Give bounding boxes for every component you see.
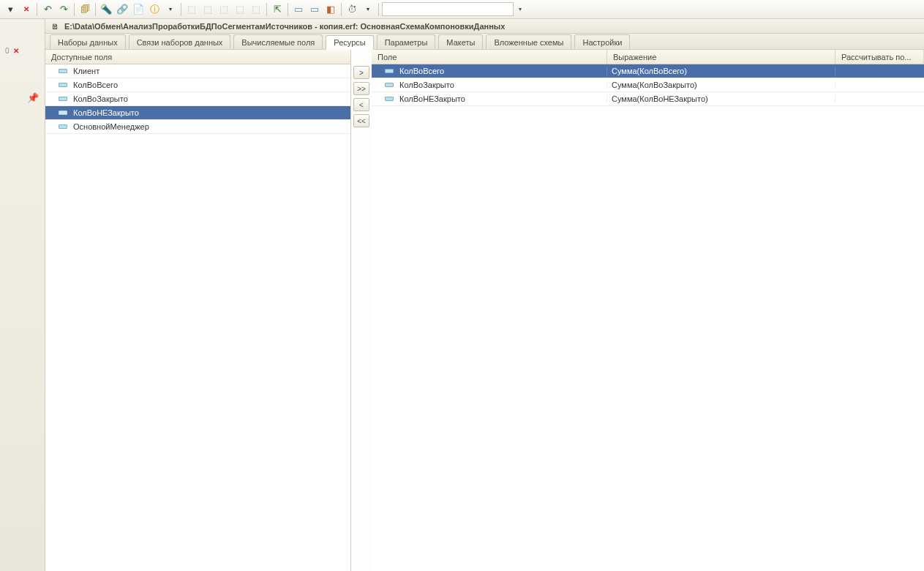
toolbar-close-icon[interactable]: ✕ (19, 2, 34, 17)
grid-expr-label: Сумма(КолВоВсего) (612, 67, 687, 75)
add-button[interactable]: > (353, 66, 369, 79)
available-fields-header-label: Доступные поля (51, 53, 112, 61)
field-row[interactable]: КолВоВсего (45, 78, 350, 92)
document-titlebar: 🗎 E:\Data\Обмен\АнализПроработкиБДПоСегм… (45, 19, 924, 34)
toolbar-btn-d4-icon[interactable]: ⬚ (233, 2, 247, 17)
left-sidebar: 0 ✕ 📌 (0, 19, 45, 571)
available-fields-list[interactable]: Клиент КолВоВсего КолВоЗакрыто КолВоНЕЗа… (45, 64, 350, 571)
remove-button[interactable]: < (353, 98, 369, 111)
document-icon: 🗎 (50, 21, 60, 31)
grid-row[interactable]: КолВоВсего Сумма(КолВоВсего) (372, 64, 924, 78)
field-row[interactable]: КолВоЗакрыто (45, 92, 350, 106)
tab-label: Параметры (385, 38, 428, 47)
tab-data-set-links[interactable]: Связи наборов данных (129, 34, 231, 49)
toolbar-info-dropdown-icon[interactable]: ▾ (163, 2, 178, 17)
tab-data-sets[interactable]: Наборы данных (50, 34, 126, 49)
field-icon (59, 124, 67, 129)
toolbar-separator (95, 3, 96, 16)
toolbar-separator (266, 3, 267, 16)
toolbar-dropdown-icon[interactable]: ▾ (3, 2, 18, 17)
btn-label: >> (357, 85, 366, 93)
grid-row[interactable]: КолВоНЕЗакрыто Сумма(КолВоНЕЗакрыто) (372, 92, 924, 106)
toolbar-btn-d3-icon[interactable]: ⬚ (217, 2, 231, 17)
tab-templates[interactable]: Макеты (438, 34, 483, 49)
field-label: КолВоНЕЗакрыто (73, 108, 139, 117)
tab-label: Ресурсы (334, 38, 365, 47)
toolbar-undo-icon[interactable]: ↶ (40, 2, 55, 17)
grid-field-label: КолВоЗакрыто (399, 81, 454, 89)
sidebar-tab-num: 0 (5, 47, 10, 55)
toolbar-info-icon[interactable]: ⓘ (147, 2, 162, 17)
sidebar-pin-icon[interactable]: 📌 (27, 92, 39, 103)
toolbar-pages-icon[interactable]: ▭ (307, 2, 322, 17)
toolbar-copy-icon[interactable]: 🗐 (78, 2, 92, 17)
toolbar-btn-d2-icon[interactable]: ⬚ (200, 2, 215, 17)
field-icon (385, 97, 394, 101)
toolbar-export-icon[interactable]: ⇱ (270, 2, 285, 17)
toolbar-search-icon[interactable]: 🔦 (99, 2, 113, 17)
grid-field-label: КолВоВсего (399, 67, 444, 75)
resources-grid-pane: Поле Выражение Рассчитывать по... КолВоВ… (372, 50, 924, 571)
toolbar-separator (341, 3, 342, 16)
field-label: ОсновнойМенеджер (73, 122, 149, 131)
toolbar-link-icon[interactable]: 🔗 (115, 2, 129, 17)
toolbar-search-field[interactable] (382, 2, 514, 16)
tab-label: Наборы данных (58, 38, 118, 47)
available-fields-header: Доступные поля (45, 50, 350, 64)
tab-calculated-fields[interactable]: Вычисляемые поля (233, 34, 323, 49)
toolbar-separator (288, 3, 288, 16)
remove-all-button[interactable]: << (353, 114, 369, 127)
field-row[interactable]: ОсновнойМенеджер (45, 120, 350, 134)
toolbar-separator (378, 3, 379, 16)
tab-settings[interactable]: Настройки (574, 34, 630, 49)
field-icon (385, 69, 394, 73)
field-icon (59, 111, 67, 115)
tab-resources[interactable]: Ресурсы (326, 35, 373, 50)
btn-label: < (359, 101, 364, 109)
field-icon (385, 83, 394, 87)
grid-row[interactable]: КолВоЗакрыто Сумма(КолВоЗакрыто) (372, 78, 924, 92)
sidebar-close-icon[interactable]: ✕ (13, 47, 19, 55)
resources-grid-body[interactable]: КолВоВсего Сумма(КолВоВсего) КолВоЗакрыт… (372, 64, 924, 571)
toolbar-btn-d1-icon[interactable]: ⬚ (184, 2, 199, 17)
field-row[interactable]: Клиент (45, 64, 350, 78)
btn-label: << (357, 117, 366, 125)
col-header-field[interactable]: Поле (372, 50, 607, 64)
document-title: E:\Data\Обмен\АнализПроработкиБДПоСегмен… (64, 22, 505, 31)
col-label: Рассчитывать по... (841, 53, 911, 61)
toolbar-separator (74, 3, 75, 16)
sidebar-tab[interactable]: 0 ✕ (1, 44, 45, 57)
workspace: 0 ✕ 📌 🗎 E:\Data\Обмен\АнализПроработкиБД… (0, 19, 924, 571)
toolbar-timer-dropdown-icon[interactable]: ▾ (361, 2, 375, 17)
add-all-button[interactable]: >> (353, 82, 369, 95)
toolbar-redo-icon[interactable]: ↷ (56, 2, 71, 17)
toolbar-timer-icon[interactable]: ⏱ (345, 2, 359, 17)
toolbar-separator (37, 3, 37, 16)
main-toolbar: ▾ ✕ ↶ ↷ 🗐 🔦 🔗 📄 ⓘ ▾ ⬚ ⬚ ⬚ ⬚ ⬚ ⇱ ▭ ▭ ◧ ⏱ … (0, 0, 924, 19)
col-header-calculate-by[interactable]: Рассчитывать по... (835, 50, 924, 64)
toolbar-separator (181, 3, 181, 16)
tab-nested-schemas[interactable]: Вложенные схемы (486, 34, 571, 49)
move-buttons: > >> < << (351, 50, 372, 571)
resources-grid-header: Поле Выражение Рассчитывать по... (372, 50, 924, 64)
tab-parameters[interactable]: Параметры (377, 34, 436, 49)
tab-label: Настройки (582, 38, 622, 47)
field-label: КолВоВсего (73, 81, 118, 89)
main-panel: 🗎 E:\Data\Обмен\АнализПроработкиБДПоСегм… (45, 19, 924, 571)
grid-field-label: КолВоНЕЗакрыто (399, 94, 465, 103)
tabstrip: Наборы данных Связи наборов данных Вычис… (45, 34, 924, 50)
toolbar-color-icon[interactable]: ◧ (323, 2, 338, 17)
toolbar-btn-d5-icon[interactable]: ⬚ (249, 2, 263, 17)
col-label: Поле (378, 53, 397, 61)
col-header-expression[interactable]: Выражение (607, 50, 835, 64)
field-icon (59, 97, 67, 101)
grid-expr-label: Сумма(КолВоНЕЗакрыто) (612, 94, 708, 103)
field-icon (59, 83, 67, 87)
btn-label: > (359, 69, 364, 77)
toolbar-search-dropdown-icon[interactable]: ▾ (515, 2, 525, 16)
toolbar-doc-icon[interactable]: 📄 (131, 2, 146, 17)
field-label: Клиент (73, 67, 99, 75)
field-icon (59, 69, 67, 73)
toolbar-page-icon[interactable]: ▭ (291, 2, 306, 17)
field-row[interactable]: КолВоНЕЗакрыто (45, 106, 350, 120)
